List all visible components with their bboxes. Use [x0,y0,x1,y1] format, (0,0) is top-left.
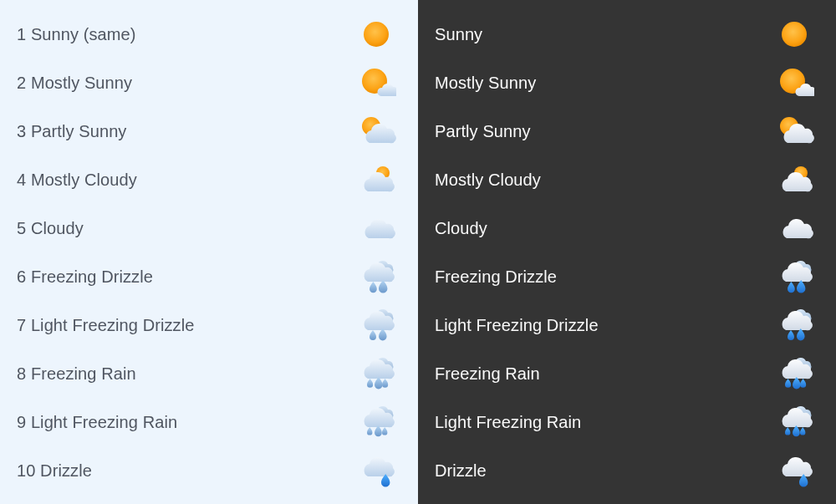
freezing-rain-icon [351,354,401,394]
weather-icon-comparison: 1 Sunny (same) 2 Mostly Sunny 3 Partly S… [0,0,836,504]
weather-label: 6 Freezing Drizzle [17,267,153,287]
list-item: 1 Sunny (same) [17,10,401,59]
list-item: 6 Freezing Drizzle [17,252,401,301]
drizzle-icon [769,451,819,491]
list-item: 2 Mostly Sunny [17,59,401,107]
weather-label: 7 Light Freezing Drizzle [17,316,195,335]
drizzle-icon [351,451,401,491]
weather-label: Mostly Sunny [435,74,536,93]
weather-label: 9 Light Freezing Rain [17,413,177,432]
sunny-icon [769,14,819,54]
weather-label: 4 Mostly Cloudy [17,171,137,190]
mostly-cloudy-icon [351,160,401,200]
freezing-rain-icon [769,354,819,394]
weather-label: 2 Mostly Sunny [17,74,132,93]
weather-label: 10 Drizzle [17,461,92,481]
partly-sunny-icon [351,111,401,151]
mostly-cloudy-icon [769,160,819,200]
sunny-icon [351,14,401,54]
freezing-drizzle-icon [769,305,819,345]
list-item: 4 Mostly Cloudy [17,155,401,204]
weather-label: 5 Cloudy [17,219,84,238]
list-item: 5 Cloudy [17,204,401,252]
list-item: Light Freezing Drizzle [435,301,819,349]
svg-point-4 [782,22,807,47]
freezing-rain-icon [769,402,819,442]
dark-theme-panel: Sunny Mostly Sunny Partly Sunny Mostly C… [418,0,836,504]
list-item: 7 Light Freezing Drizzle [17,301,401,349]
mostly-sunny-icon [351,63,401,103]
list-item: Mostly Sunny [435,59,819,107]
cloudy-icon [351,208,401,248]
list-item: 8 Freezing Rain [17,349,401,398]
weather-label: 1 Sunny (same) [17,25,136,44]
freezing-drizzle-icon [351,305,401,345]
partly-sunny-icon [769,111,819,151]
weather-label: Sunny [435,25,482,44]
weather-label: Partly Sunny [435,122,531,141]
list-item: Freezing Rain [435,349,819,398]
list-item: Cloudy [435,204,819,252]
list-item: Light Freezing Rain [435,398,819,446]
list-item: Mostly Cloudy [435,155,819,204]
freezing-rain-icon [351,402,401,442]
weather-label: 3 Partly Sunny [17,122,126,141]
list-item: 9 Light Freezing Rain [17,398,401,446]
list-item: Drizzle [435,446,819,495]
weather-label: Mostly Cloudy [435,171,541,190]
svg-point-0 [364,22,389,47]
weather-label: Freezing Drizzle [435,267,557,287]
weather-label: Drizzle [435,461,487,481]
freezing-drizzle-icon [351,257,401,297]
list-item: 3 Partly Sunny [17,107,401,155]
list-item: Sunny [435,10,819,59]
weather-label: Cloudy [435,219,487,238]
weather-label: 8 Freezing Rain [17,364,136,384]
cloudy-icon [769,208,819,248]
list-item: 10 Drizzle [17,446,401,495]
mostly-sunny-icon [769,63,819,103]
weather-label: Light Freezing Rain [435,413,581,432]
freezing-drizzle-icon [769,257,819,297]
list-item: Partly Sunny [435,107,819,155]
list-item: Freezing Drizzle [435,252,819,301]
light-theme-panel: 1 Sunny (same) 2 Mostly Sunny 3 Partly S… [0,0,418,504]
weather-label: Light Freezing Drizzle [435,316,599,335]
weather-label: Freezing Rain [435,364,540,384]
